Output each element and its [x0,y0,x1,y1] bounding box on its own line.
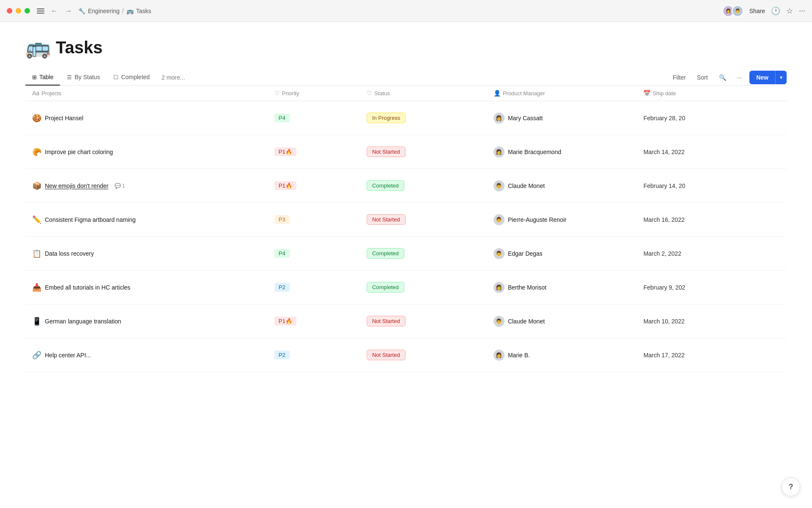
project-name: Data loss recovery [45,250,94,257]
project-cell-4[interactable]: 📋 Data loss recovery [25,237,268,271]
project-emoji: 🍪 [32,113,41,123]
page-emoji: 🚌 [25,36,51,59]
pm-name: Marie B. [508,352,530,359]
forward-icon[interactable]: → [64,6,73,16]
table-row[interactable]: 📋 Data loss recovery P4Completed 👨 Edgar… [25,237,787,271]
tab-by-status-label: By Status [74,74,100,80]
project-name: Consistent Figma artboard naming [45,216,136,223]
pm-cell-5: 👩 Berthe Morisot [487,271,637,304]
pm-avatar: 👨 [494,180,505,191]
date-cell-6: March 10, 2022 [636,304,787,338]
date-cell-7: March 17, 2022 [636,338,787,372]
priority-cell-0: P4 [268,101,360,135]
pm-name: Berthe Morisot [508,284,546,291]
share-button[interactable]: Share [749,8,765,14]
ship-date: February 9, 202 [643,284,685,291]
breadcrumb-section[interactable]: Engineering [88,8,120,14]
priority-badge: P3 [274,215,290,224]
tab-completed-label: Completed [121,74,150,80]
ship-date: March 17, 2022 [643,352,684,359]
status-cell-7: Not Started [360,338,487,372]
project-cell-0[interactable]: 🍪 Project Hansel [25,101,268,135]
tab-completed[interactable]: ☐ Completed [107,69,156,86]
pm-cell-6: 👨 Claude Monet [487,304,637,338]
status-cell-2: Completed [360,169,487,203]
pm-name: Claude Monet [508,318,545,325]
table-header-row: Aa Projects ♡ Priority ♡ Status [25,86,787,101]
project-cell-5[interactable]: 📥 Embed all tutorials in HC articles [25,271,268,304]
ship-date: March 14, 2022 [643,149,684,155]
status-badge: Completed [367,282,404,293]
search-icon: 🔍 [719,74,726,81]
menu-icon[interactable] [37,8,44,14]
page-content: 🚌 Tasks ⊞ Table ☰ By Status ☐ Completed … [0,22,812,372]
col-pm: 👤 Product Manager [487,86,637,101]
table-row[interactable]: ✏️ Consistent Figma artboard naming P3No… [25,203,787,237]
pm-col-icon: 👤 [494,90,501,97]
priority-cell-4: P4 [268,237,360,271]
pm-avatar: 👩 [494,146,505,157]
sort-button[interactable]: Sort [694,72,711,83]
maximize-button[interactable] [25,8,30,14]
pm-name: Edgar Degas [508,250,543,257]
col-projects: Aa Projects [25,86,268,101]
table-row[interactable]: 🥐 Improve pie chart coloring P1🔥Not Star… [25,135,787,169]
breadcrumb-page[interactable]: Tasks [136,8,151,14]
search-button[interactable]: 🔍 [716,72,730,83]
options-button[interactable]: ··· [734,72,746,83]
status-cell-0: In Progress [360,101,487,135]
priority-col-label: Priority [282,90,299,97]
date-cell-5: February 9, 202 [636,271,787,304]
tabs-actions: Filter Sort 🔍 ··· New ▾ [669,71,787,84]
history-icon[interactable]: 🕐 [771,6,780,16]
project-cell-3[interactable]: ✏️ Consistent Figma artboard naming [25,203,268,237]
table-row[interactable]: 📦 New emojis don't render 💬 1 P1🔥Complet… [25,169,787,203]
back-icon[interactable]: ← [49,6,59,16]
minimize-button[interactable] [16,8,21,14]
table-row[interactable]: 📥 Embed all tutorials in HC articles P2C… [25,271,787,304]
project-name: New emojis don't render [45,182,109,189]
table-container: Aa Projects ♡ Priority ♡ Status [25,86,787,372]
priority-badge: P1🔥 [274,181,296,190]
project-emoji: 📋 [32,249,41,258]
tab-by-status[interactable]: ☰ By Status [60,69,107,86]
table-row[interactable]: 🍪 Project Hansel P4In Progress 👩 Mary Ca… [25,101,787,135]
table-row[interactable]: 📱 German language translation P1🔥Not Sta… [25,304,787,338]
project-cell-2[interactable]: 📦 New emojis don't render 💬 1 [25,169,268,203]
project-cell-7[interactable]: 🔗 Help center API... [25,338,268,372]
shipdate-col-icon: 📅 [643,90,650,97]
project-name: Project Hansel [45,115,83,121]
new-button-dropdown[interactable]: ▾ [775,71,787,84]
close-button[interactable] [7,8,12,14]
tab-table[interactable]: ⊞ Table [25,69,60,86]
date-cell-3: March 16, 2022 [636,203,787,237]
table-tab-icon: ⊞ [32,74,37,80]
project-cell-6[interactable]: 📱 German language translation [25,304,268,338]
more-tabs-button[interactable]: 2 more... [156,70,190,85]
new-button[interactable]: New [749,71,775,84]
pm-col-label: Product Manager [503,90,545,97]
pm-cell-7: 👩 Marie B. [487,338,637,372]
filter-button[interactable]: Filter [669,72,689,83]
breadcrumb-separator: / [122,8,124,14]
ship-date: February 14, 20 [643,182,685,189]
ship-date: March 2, 2022 [643,250,681,257]
col-status: ♡ Status [360,86,487,101]
ship-date: March 16, 2022 [643,216,684,223]
completed-tab-icon: ☐ [113,74,118,80]
priority-cell-1: P1🔥 [268,135,360,169]
project-emoji: 🔗 [32,351,41,360]
comment-badge: 💬 1 [115,183,125,189]
ellipsis-icon: ··· [737,74,742,81]
more-options-icon[interactable]: ··· [799,6,805,15]
priority-cell-2: P1🔥 [268,169,360,203]
tasks-table: Aa Projects ♡ Priority ♡ Status [25,86,787,372]
help-button[interactable]: ? [782,478,800,496]
avatar-2: 👨 [732,5,743,17]
table-row[interactable]: 🔗 Help center API... P2Not Started 👩 Mar… [25,338,787,372]
project-cell-1[interactable]: 🥐 Improve pie chart coloring [25,135,268,169]
status-cell-3: Not Started [360,203,487,237]
favorite-icon[interactable]: ☆ [786,6,793,16]
tabs-row: ⊞ Table ☰ By Status ☐ Completed 2 more..… [25,69,787,86]
pm-avatar: 👨 [494,214,505,225]
